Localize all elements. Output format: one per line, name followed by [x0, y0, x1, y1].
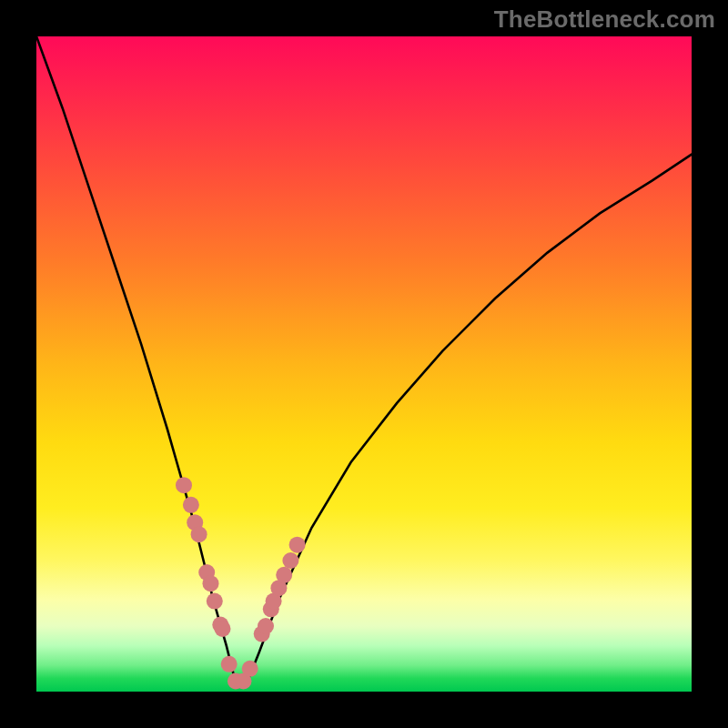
marker-dot — [183, 497, 199, 513]
marker-dot — [207, 593, 223, 610]
watermark-text: TheBottleneck.com — [494, 5, 715, 34]
plot-area — [36, 36, 692, 692]
marker-dot — [258, 618, 274, 634]
marker-dot — [215, 621, 231, 637]
marker-dot — [276, 567, 292, 583]
marker-dot — [221, 656, 238, 672]
marker-dot — [203, 575, 219, 592]
chart-frame: TheBottleneck.com — [0, 0, 728, 728]
marker-dot — [176, 477, 192, 493]
bottleneck-curve — [36, 36, 692, 685]
bottleneck-curve-svg — [36, 36, 692, 692]
marker-dot — [282, 552, 298, 569]
marker-dot — [289, 537, 306, 553]
marker-dot — [242, 661, 258, 677]
marker-dot — [191, 526, 207, 542]
